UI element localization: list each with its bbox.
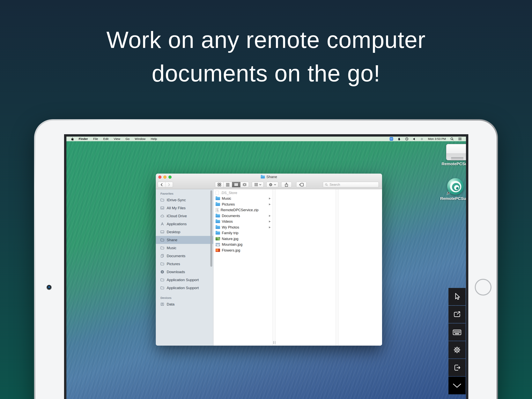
search-input[interactable] (329, 183, 377, 187)
action-gear-button[interactable] (266, 182, 278, 187)
alias-arrow-icon (446, 191, 451, 195)
menu-view[interactable]: View (114, 137, 120, 141)
disconnect-button[interactable] (449, 359, 466, 376)
file-list-column: .DS_Store Music Pictures (213, 189, 273, 346)
sidebar-item-music[interactable]: Music (156, 244, 213, 252)
column-arrow-icon (269, 220, 271, 223)
search-field[interactable] (323, 182, 379, 187)
macos-menu-bar: Finder File Edit View Go Window Help (66, 137, 466, 141)
zip-file-icon (215, 208, 219, 212)
settings-button[interactable] (449, 341, 466, 359)
tag-button[interactable] (296, 182, 306, 187)
file-row-pictures[interactable]: Pictures (213, 201, 273, 207)
notification-center-icon[interactable] (458, 138, 462, 140)
hide-toolbar-button[interactable] (449, 377, 466, 394)
file-row-videos[interactable]: Videos (213, 219, 273, 225)
front-camera (47, 285, 52, 290)
file-row-ds-store[interactable]: .DS_Store (213, 190, 273, 196)
column-arrow-icon (269, 203, 271, 205)
back-button[interactable] (158, 182, 165, 187)
pointer-icon (453, 292, 462, 301)
preview-column-2 (275, 189, 336, 346)
desktop-icon (160, 230, 165, 234)
spotlight-icon[interactable] (450, 137, 454, 141)
sidebar-item-pictures[interactable]: Pictures (156, 260, 213, 268)
menu-clock[interactable]: Mon 3:53 PM (428, 137, 446, 141)
file-row-family-trip[interactable]: Family trip (213, 230, 273, 236)
stack-icon (160, 206, 165, 210)
sidebar-item-application-support-2[interactable]: Application Support (156, 284, 213, 292)
downloads-icon (160, 270, 165, 274)
share-button[interactable] (281, 182, 292, 187)
finder-sidebar: Favorites IDrive-Sync All My Files (156, 189, 213, 346)
menu-finder[interactable]: Finder (79, 137, 88, 141)
menu-edit[interactable]: Edit (103, 137, 108, 141)
sidebar-item-documents[interactable]: Documents (156, 252, 213, 260)
column-divider[interactable] (336, 189, 338, 346)
preview-column-3 (338, 189, 382, 346)
disk-drive-icon[interactable] (446, 144, 466, 160)
keyboard-button[interactable] (449, 323, 466, 341)
sidebar-item-application-support-1[interactable]: Application Support (156, 276, 213, 284)
chevron-down-icon (452, 383, 462, 388)
time-machine-icon[interactable] (405, 137, 409, 141)
file-row-nature-jpg[interactable]: Nature.jpg (213, 236, 273, 242)
column-view-button[interactable] (232, 182, 240, 187)
gear-icon (453, 345, 462, 354)
arrange-button[interactable] (252, 182, 264, 187)
file-row-wy-photos[interactable]: Wy Photos (213, 225, 273, 230)
folder-icon (215, 226, 220, 229)
menu-window[interactable]: Window (135, 137, 146, 141)
file-row-flowers-jpg[interactable]: Flowers.jpg (213, 247, 273, 253)
app-icon-label: RemotePCSuite (433, 196, 466, 201)
list-view-button[interactable] (223, 182, 232, 187)
view-mode-segment (215, 182, 249, 187)
menu-help[interactable]: Help (151, 137, 157, 141)
folder-icon (215, 203, 220, 206)
remote-desktop-screen: Finder File Edit View Go Window Help (64, 134, 468, 399)
folder-icon (215, 220, 220, 223)
menu-file[interactable]: File (93, 137, 98, 141)
pointer-tool-button[interactable] (449, 288, 466, 305)
forward-button[interactable] (165, 182, 173, 187)
file-row-mountain-jpg[interactable]: Mountain.jpg (213, 242, 273, 248)
column-resize-grip[interactable] (273, 341, 275, 344)
image-thumbnail-icon (215, 237, 220, 240)
folder-icon (160, 246, 165, 250)
cloud-icon (160, 214, 165, 218)
sidebar-scrollbar[interactable] (210, 190, 212, 267)
hero-title-line1: Work on any remote computer (0, 28, 532, 51)
home-button[interactable] (475, 279, 492, 296)
sidebar-item-data[interactable]: Data (156, 300, 213, 308)
sidebar-item-icloud-drive[interactable]: iCloud Drive (156, 212, 213, 220)
column-divider[interactable] (273, 189, 275, 346)
file-row-documents[interactable]: Documents (213, 213, 273, 219)
file-row-music[interactable]: Music (213, 196, 273, 202)
volume-icon[interactable] (413, 138, 416, 141)
menu-go[interactable]: Go (125, 137, 129, 141)
remotepcsuite-app-icon[interactable] (447, 178, 464, 195)
sidebar-item-all-my-files[interactable]: All My Files (156, 204, 213, 212)
finder-window: Shane (156, 174, 382, 346)
folder-icon (215, 232, 220, 235)
coverflow-view-button[interactable] (240, 182, 249, 187)
finder-window-header: Shane (156, 174, 382, 189)
folder-icon (160, 286, 165, 290)
teamviewer-status-icon[interactable] (390, 137, 393, 141)
open-external-button[interactable] (449, 306, 466, 323)
folder-icon (160, 278, 165, 282)
icon-view-button[interactable] (215, 182, 223, 187)
sidebar-item-shane[interactable]: Shane (156, 236, 213, 244)
documents-icon (160, 254, 165, 258)
sidebar-item-applications[interactable]: Applications (156, 220, 213, 228)
apple-menu-icon[interactable] (71, 137, 74, 141)
file-row-remotedpcservice-zip[interactable]: RemoteDPCService.zip (213, 207, 273, 213)
sync-drop-status-icon[interactable] (398, 137, 400, 141)
folder-proxy-icon (261, 175, 265, 179)
folder-icon (215, 197, 220, 200)
airport-status-icon[interactable] (420, 137, 424, 141)
nav-buttons (158, 182, 173, 187)
sidebar-item-desktop[interactable]: Desktop (156, 228, 213, 236)
sidebar-item-downloads[interactable]: Downloads (156, 268, 213, 276)
sidebar-item-idrive-sync[interactable]: IDrive-Sync (156, 196, 213, 204)
